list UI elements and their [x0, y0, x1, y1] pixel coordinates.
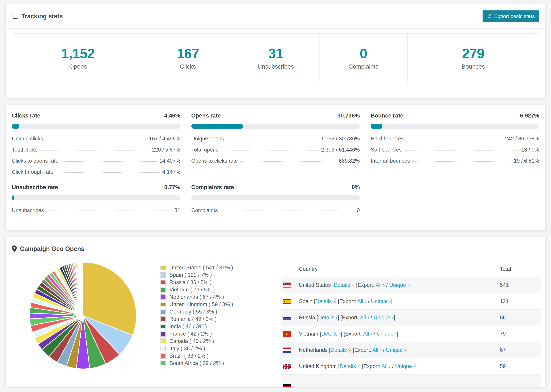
bounce-rate-value: 6.927%: [520, 112, 539, 119]
table-row: United Kingdom [Details ›] [Export: All …: [281, 358, 541, 374]
rates-grid: Clicks rate 4.46% Unique clicks 167 / 4.…: [6, 105, 545, 221]
legend-label: Romania ( 49 / 3% ): [170, 316, 217, 322]
export-unique-link[interactable]: Unique ›: [389, 282, 409, 288]
details-link[interactable]: Details ›: [318, 315, 338, 321]
stat-row: Total clicks 220 / 5.87%: [12, 147, 180, 153]
bar-chart-icon: [12, 13, 18, 20]
country-cell: Netherlands [Details ›] [Export: All › /…: [299, 347, 500, 353]
opens-label: Opens: [69, 63, 87, 70]
country-column-header: Country: [281, 266, 500, 272]
flag-es-icon: [283, 299, 291, 304]
stat-row: Internal bounces 19 / 6.81%: [371, 158, 539, 164]
export-all-link[interactable]: All ›: [363, 331, 372, 337]
campaign-geo-opens-card: Campaign Geo Opens United States ( 541 /…: [6, 237, 545, 387]
stat-row: Unique clicks 167 / 4.456%: [12, 136, 180, 142]
legend-item: Romania ( 49 / 3% ): [160, 315, 233, 323]
total-cell: 86: [500, 315, 541, 321]
unsubscribe-rate-value: 0.77%: [164, 184, 180, 190]
legend-item: Canada ( 40 / 2% ): [160, 337, 233, 345]
country-cell: United Kingdom [Details ›] [Export: All …: [299, 363, 500, 369]
export-all-link[interactable]: All ›: [357, 298, 366, 304]
legend-swatch: [160, 361, 166, 366]
dotted-leader: [61, 161, 157, 162]
stat-row: Unsubscribes 31: [12, 207, 180, 213]
bounces-count: 279: [462, 46, 484, 61]
table-row: United States [Details ›] [Export: All ›…: [281, 277, 541, 293]
stat-row: Click through rate 4.147%: [12, 169, 180, 175]
bounce-rate-panel: Bounce rate 6.927% Hard bounces 242 / 86…: [371, 112, 539, 175]
geo-pie-chart[interactable]: [28, 260, 138, 371]
total-cell: 541: [500, 282, 541, 288]
stat-row: Soft bounces 18 / 0%: [371, 147, 539, 153]
legend-item: Spain ( 121 / 7% ): [160, 271, 233, 279]
legend-label: Vietnam ( 79 / 5% ): [170, 287, 215, 293]
export-basic-stats-button[interactable]: Export basic stats: [483, 10, 539, 22]
complaints-rate-panel: Complaints rate 0% Complaints 0: [191, 184, 360, 213]
export-all-link[interactable]: All ›: [360, 315, 369, 321]
total-column-header: Total: [500, 266, 541, 272]
details-link[interactable]: Details ›: [330, 347, 350, 353]
export-unique-link[interactable]: Unique ›: [386, 347, 406, 353]
legend-swatch: [160, 265, 166, 270]
geo-country-table: Country Total United States [Details ›] …: [281, 261, 541, 387]
table-row: Russia [Details ›] [Export: All › / Uniq…: [281, 309, 541, 326]
legend-item: Italy ( 36 / 2% ): [160, 345, 233, 352]
details-link[interactable]: Details ›: [340, 363, 359, 369]
dotted-leader: [221, 150, 319, 151]
flag-de-icon: [283, 384, 291, 387]
legend-label: Brazil ( 33 / 2% ): [170, 353, 209, 359]
export-icon: [487, 13, 492, 19]
dotted-leader: [40, 150, 149, 151]
stat-unsubscribes: 31 Unsubscribes: [232, 34, 319, 82]
clicks-count: 167: [177, 46, 199, 61]
stat-row: Unique opens 1,152 / 30.736%: [191, 136, 360, 142]
export-unique-link[interactable]: Unique ›: [377, 331, 397, 337]
export-all-link[interactable]: All ›: [372, 347, 381, 353]
details-link[interactable]: Details ›: [334, 282, 353, 288]
complaints-label: Complaints: [348, 63, 378, 70]
dotted-leader: [46, 210, 172, 211]
dotted-leader: [56, 172, 160, 173]
opens-rate-panel: Opens rate 30.736% Unique opens 1,152 / …: [191, 112, 360, 175]
stat-row: Complaints 0: [191, 207, 360, 213]
legend-swatch: [160, 346, 166, 351]
dotted-leader: [46, 139, 147, 139]
page-title-text: Tracking stats: [21, 13, 63, 20]
table-header: Country Total: [281, 261, 541, 277]
legend-swatch: [160, 272, 166, 278]
export-button-label: Export basic stats: [494, 13, 535, 19]
stat-row: Total opens 2,303 / 61.446%: [191, 147, 360, 153]
legend-label: India ( 46 / 3% ): [170, 323, 207, 329]
legend-swatch: [160, 280, 166, 285]
total-cell: 67: [500, 347, 541, 353]
export-unique-link[interactable]: Unique ›: [374, 315, 394, 321]
export-unique-link[interactable]: Unique ›: [395, 363, 415, 369]
legend-label: France ( 42 / 2% ): [170, 331, 212, 337]
geo-header: Campaign Geo Opens: [6, 237, 545, 261]
unsubscribe-rate-panel: Unsubscribe rate 0.77% Unsubscribes 31: [12, 184, 180, 213]
export-all-link[interactable]: All ›: [376, 282, 385, 288]
unsubscribe-rate-bar: [12, 195, 180, 200]
export-all-link[interactable]: All ›: [381, 363, 390, 369]
opens-rate-value: 30.736%: [338, 112, 360, 119]
stat-row: Hard bounces 242 / 86.738%: [371, 136, 539, 142]
legend-swatch: [160, 316, 166, 322]
export-unique-link[interactable]: Unique ›: [371, 298, 391, 304]
unsubscribes-count: 31: [268, 46, 283, 61]
legend-item: Netherlands ( 67 / 4% ): [160, 293, 233, 301]
legend-item: India ( 46 / 3% ): [160, 323, 233, 330]
clicks-label: Clicks: [180, 63, 196, 70]
opens-rate-title: Opens rate: [191, 112, 221, 119]
details-link[interactable]: Details ›: [321, 331, 341, 337]
legend-label: Canada ( 40 / 2% ): [170, 338, 214, 344]
table-row: Vietnam [Details ›] [Export: All › / Uni…: [281, 326, 541, 342]
legend-swatch: [160, 294, 166, 300]
stat-row: Clicks to opens rate 14.497%: [12, 158, 180, 164]
details-link[interactable]: Details ›: [316, 298, 335, 304]
legend-label: Russia ( 86 / 5% ): [170, 279, 212, 286]
unsubscribe-rate-title: Unsubscribe rate: [12, 184, 58, 190]
legend-item: Brazil ( 33 / 2% ): [160, 352, 233, 359]
table-row: Netherlands [Details ›] [Export: All › /…: [281, 342, 541, 358]
legend-label: United Kingdom ( 59 / 3% ): [170, 301, 233, 308]
geo-title: Campaign Geo Opens: [12, 245, 84, 252]
